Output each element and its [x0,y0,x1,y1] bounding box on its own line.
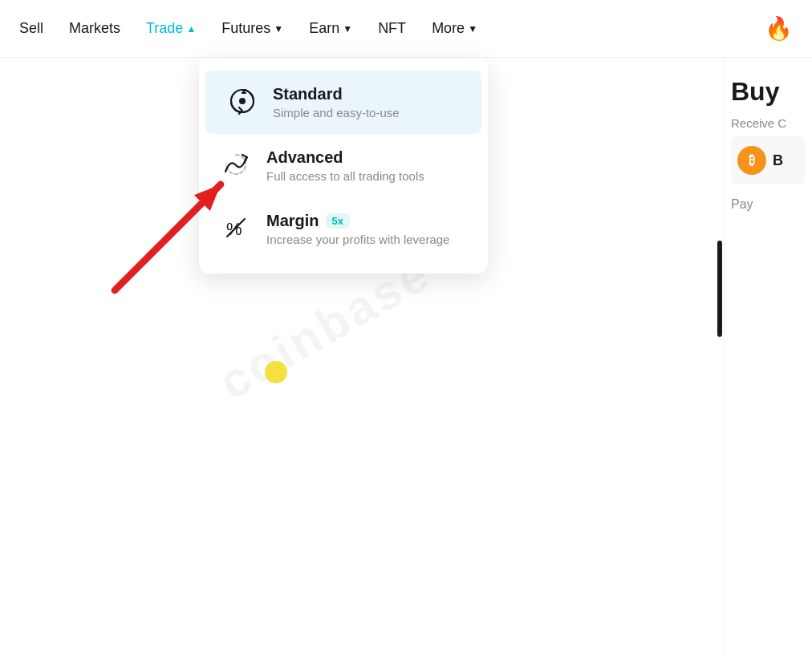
nav-item-nft[interactable]: NFT [378,20,406,37]
standard-text: Standard Simple and easy-to-use [273,85,400,119]
yellow-dot [265,361,287,383]
dropdown-item-margin[interactable]: % Margin 5x Increase your profits with l… [199,197,488,261]
margin-title: Margin 5x [266,212,449,230]
nav-label-more: More [432,20,465,37]
right-scrollbar[interactable] [717,241,722,337]
receive-label: Receive C [725,107,812,130]
navigation: Sell Markets Trade ▲ Futures ▼ Earn ▼ NF… [0,0,812,58]
advanced-text: Advanced Full access to all trading tool… [266,148,424,183]
right-panel: Buy Receive C ₿ B Pay [724,58,812,656]
nav-item-earn[interactable]: Earn ▼ [309,20,352,37]
trade-dropdown: Standard Simple and easy-to-use Advanced… [199,58,488,273]
dropdown-item-standard[interactable]: Standard Simple and easy-to-use [205,71,481,134]
nav-item-trade[interactable]: Trade ▲ [146,20,196,37]
advanced-title: Advanced [266,148,424,167]
futures-dropdown-arrow: ▼ [274,23,283,34]
nav-item-markets[interactable]: Markets [69,20,120,37]
btc-row: ₿ B [731,136,806,184]
pay-label: Pay [725,191,812,218]
more-dropdown-arrow: ▼ [468,23,477,34]
earn-dropdown-arrow: ▼ [343,23,352,34]
svg-point-1 [239,98,246,104]
nav-item-sell[interactable]: Sell [19,20,43,37]
nav-label-markets: Markets [69,20,120,37]
btc-label: B [773,152,783,169]
nav-label-earn: Earn [309,20,339,37]
trade-dropdown-arrow-up: ▲ [186,23,196,34]
btc-symbol: ₿ [749,153,755,168]
standard-icon [228,87,257,115]
margin-subtitle: Increase your profits with leverage [266,233,449,246]
btc-icon: ₿ [737,146,766,175]
margin-icon: % [221,213,250,242]
buy-label: Buy [725,58,812,107]
fire-icon[interactable]: 🔥 [765,15,793,42]
advanced-icon [221,150,250,179]
margin-badge: 5x [326,213,350,229]
nav-label-nft: NFT [378,20,406,37]
nav-end: 🔥 [765,15,793,42]
margin-title-text: Margin [266,212,319,230]
nav-label-trade: Trade [146,20,183,37]
nav-label-sell: Sell [19,20,43,37]
margin-text: Margin 5x Increase your profits with lev… [266,212,449,246]
nav-item-futures[interactable]: Futures ▼ [221,20,283,37]
nav-item-more[interactable]: More ▼ [432,20,477,37]
standard-subtitle: Simple and easy-to-use [273,106,400,119]
nav-label-futures: Futures [221,20,270,37]
advanced-subtitle: Full access to all trading tools [266,169,424,183]
standard-title: Standard [273,85,400,103]
dropdown-item-advanced[interactable]: Advanced Full access to all trading tool… [199,134,488,197]
